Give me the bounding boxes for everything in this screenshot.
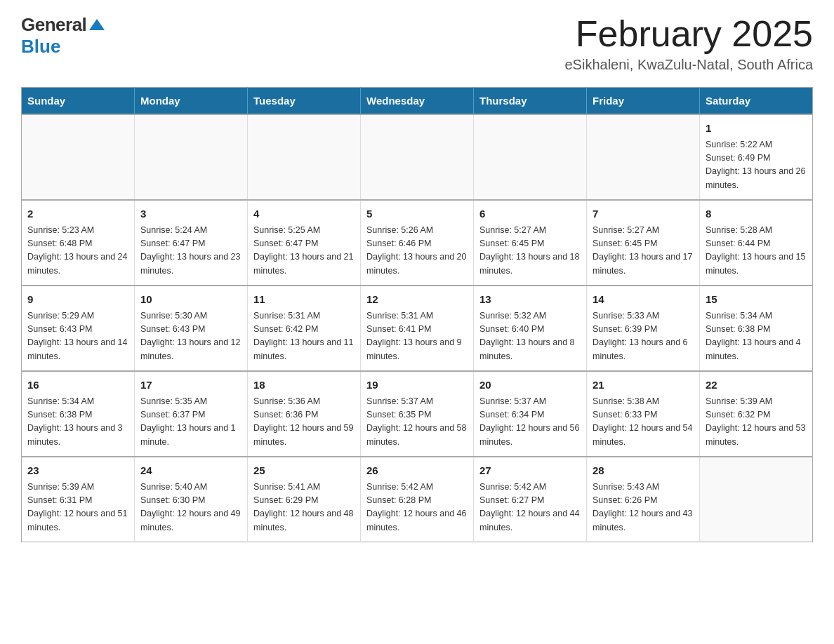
calendar-day-cell: 25Sunrise: 5:41 AMSunset: 6:29 PMDayligh… [248,457,361,542]
day-number: 27 [479,463,581,479]
calendar-day-cell: 17Sunrise: 5:35 AMSunset: 6:37 PMDayligh… [135,371,248,457]
day-info: Sunrise: 5:40 AMSunset: 6:30 PMDaylight:… [140,481,241,535]
header-sunday: Sunday [22,88,135,115]
calendar-day-cell: 15Sunrise: 5:34 AMSunset: 6:38 PMDayligh… [700,286,813,371]
logo-blue-text: Blue [21,36,60,58]
day-info: Sunrise: 5:32 AMSunset: 6:40 PMDaylight:… [479,309,581,364]
calendar-day-cell: 20Sunrise: 5:37 AMSunset: 6:34 PMDayligh… [474,371,587,457]
day-number: 23 [27,463,128,479]
day-info: Sunrise: 5:41 AMSunset: 6:29 PMDaylight:… [253,481,355,535]
calendar-day-cell: 18Sunrise: 5:36 AMSunset: 6:36 PMDayligh… [248,371,361,457]
calendar-day-cell [22,114,135,200]
day-info: Sunrise: 5:37 AMSunset: 6:34 PMDaylight:… [479,395,581,450]
calendar-day-cell [248,114,361,200]
day-info: Sunrise: 5:22 AMSunset: 6:49 PMDaylight:… [706,138,807,193]
day-number: 25 [253,463,355,479]
calendar-day-cell: 28Sunrise: 5:43 AMSunset: 6:26 PMDayligh… [587,457,700,542]
calendar-week-2: 2Sunrise: 5:23 AMSunset: 6:48 PMDaylight… [22,200,813,286]
day-info: Sunrise: 5:26 AMSunset: 6:46 PMDaylight:… [366,224,468,279]
calendar-table: Sunday Monday Tuesday Wednesday Thursday… [21,87,813,542]
day-info: Sunrise: 5:27 AMSunset: 6:45 PMDaylight:… [479,224,581,279]
day-info: Sunrise: 5:28 AMSunset: 6:44 PMDaylight:… [706,224,807,279]
day-number: 15 [706,292,807,308]
day-info: Sunrise: 5:27 AMSunset: 6:45 PMDaylight:… [593,224,694,279]
day-number: 9 [27,292,128,308]
calendar-day-cell: 27Sunrise: 5:42 AMSunset: 6:27 PMDayligh… [474,457,587,542]
day-number: 7 [593,206,694,222]
day-info: Sunrise: 5:42 AMSunset: 6:27 PMDaylight:… [479,481,581,535]
calendar-week-4: 16Sunrise: 5:34 AMSunset: 6:38 PMDayligh… [22,371,813,457]
calendar-day-cell: 12Sunrise: 5:31 AMSunset: 6:41 PMDayligh… [361,286,474,371]
calendar-day-cell: 26Sunrise: 5:42 AMSunset: 6:28 PMDayligh… [361,457,474,542]
day-info: Sunrise: 5:31 AMSunset: 6:42 PMDaylight:… [253,309,355,364]
day-info: Sunrise: 5:31 AMSunset: 6:41 PMDaylight:… [366,309,468,364]
day-info: Sunrise: 5:25 AMSunset: 6:47 PMDaylight:… [253,224,355,279]
day-info: Sunrise: 5:38 AMSunset: 6:33 PMDaylight:… [593,395,694,450]
day-number: 20 [479,377,581,394]
location-subtitle: eSikhaleni, KwaZulu-Natal, South Africa [564,57,813,73]
day-number: 14 [593,292,694,308]
calendar-day-cell: 10Sunrise: 5:30 AMSunset: 6:43 PMDayligh… [135,286,248,371]
calendar-week-3: 9Sunrise: 5:29 AMSunset: 6:43 PMDaylight… [22,286,813,371]
day-number: 11 [253,292,355,308]
calendar-day-cell [474,114,587,200]
calendar-day-cell: 24Sunrise: 5:40 AMSunset: 6:30 PMDayligh… [135,457,248,542]
day-number: 10 [140,292,241,308]
calendar-day-cell: 7Sunrise: 5:27 AMSunset: 6:45 PMDaylight… [587,200,700,286]
calendar-day-cell: 21Sunrise: 5:38 AMSunset: 6:33 PMDayligh… [587,371,700,457]
calendar-week-5: 23Sunrise: 5:39 AMSunset: 6:31 PMDayligh… [22,457,813,542]
page-header: General Blue February 2025 eSikhaleni, K… [21,14,813,73]
day-info: Sunrise: 5:39 AMSunset: 6:31 PMDaylight:… [27,481,128,535]
day-number: 26 [366,463,468,479]
day-number: 16 [27,377,128,394]
logo: General Blue [21,14,105,58]
day-number: 13 [479,292,581,308]
calendar-day-cell: 4Sunrise: 5:25 AMSunset: 6:47 PMDaylight… [248,200,361,286]
day-number: 22 [706,377,807,394]
day-info: Sunrise: 5:43 AMSunset: 6:26 PMDaylight:… [593,481,694,535]
calendar-day-cell: 14Sunrise: 5:33 AMSunset: 6:39 PMDayligh… [587,286,700,371]
calendar-body: 1Sunrise: 5:22 AMSunset: 6:49 PMDaylight… [22,114,813,542]
header-tuesday: Tuesday [248,88,361,115]
calendar-day-cell: 2Sunrise: 5:23 AMSunset: 6:48 PMDaylight… [22,200,135,286]
day-number: 19 [366,377,468,394]
day-info: Sunrise: 5:34 AMSunset: 6:38 PMDaylight:… [706,309,807,364]
calendar-day-cell [700,457,813,542]
calendar-day-cell: 13Sunrise: 5:32 AMSunset: 6:40 PMDayligh… [474,286,587,371]
svg-marker-0 [89,19,105,30]
day-number: 17 [140,377,241,394]
day-number: 4 [253,206,355,222]
month-title: February 2025 [564,14,813,54]
day-number: 28 [593,463,694,479]
calendar-header: Sunday Monday Tuesday Wednesday Thursday… [22,88,813,115]
calendar-day-cell: 5Sunrise: 5:26 AMSunset: 6:46 PMDaylight… [361,200,474,286]
calendar-day-cell: 1Sunrise: 5:22 AMSunset: 6:49 PMDaylight… [700,114,813,200]
calendar-day-cell: 22Sunrise: 5:39 AMSunset: 6:32 PMDayligh… [700,371,813,457]
header-monday: Monday [135,88,248,115]
calendar-day-cell: 23Sunrise: 5:39 AMSunset: 6:31 PMDayligh… [22,457,135,542]
calendar-day-cell [361,114,474,200]
logo-triangle-icon [89,18,105,32]
calendar-day-cell: 6Sunrise: 5:27 AMSunset: 6:45 PMDaylight… [474,200,587,286]
day-info: Sunrise: 5:37 AMSunset: 6:35 PMDaylight:… [366,395,468,450]
day-number: 3 [140,206,241,222]
day-info: Sunrise: 5:42 AMSunset: 6:28 PMDaylight:… [366,481,468,535]
calendar-day-cell [135,114,248,200]
day-info: Sunrise: 5:33 AMSunset: 6:39 PMDaylight:… [593,309,694,364]
calendar-day-cell [587,114,700,200]
days-of-week-row: Sunday Monday Tuesday Wednesday Thursday… [22,88,813,115]
day-info: Sunrise: 5:29 AMSunset: 6:43 PMDaylight:… [27,309,128,364]
logo-general-text: General [21,14,86,36]
day-number: 1 [706,121,807,137]
header-saturday: Saturday [700,88,813,115]
calendar-day-cell: 3Sunrise: 5:24 AMSunset: 6:47 PMDaylight… [135,200,248,286]
day-info: Sunrise: 5:34 AMSunset: 6:38 PMDaylight:… [27,395,128,450]
header-thursday: Thursday [474,88,587,115]
day-info: Sunrise: 5:30 AMSunset: 6:43 PMDaylight:… [140,309,241,364]
title-area: February 2025 eSikhaleni, KwaZulu-Natal,… [564,14,813,73]
day-info: Sunrise: 5:35 AMSunset: 6:37 PMDaylight:… [140,395,241,450]
day-info: Sunrise: 5:23 AMSunset: 6:48 PMDaylight:… [27,224,128,279]
day-number: 2 [27,206,128,222]
calendar-day-cell: 16Sunrise: 5:34 AMSunset: 6:38 PMDayligh… [22,371,135,457]
calendar-week-1: 1Sunrise: 5:22 AMSunset: 6:49 PMDaylight… [22,114,813,200]
